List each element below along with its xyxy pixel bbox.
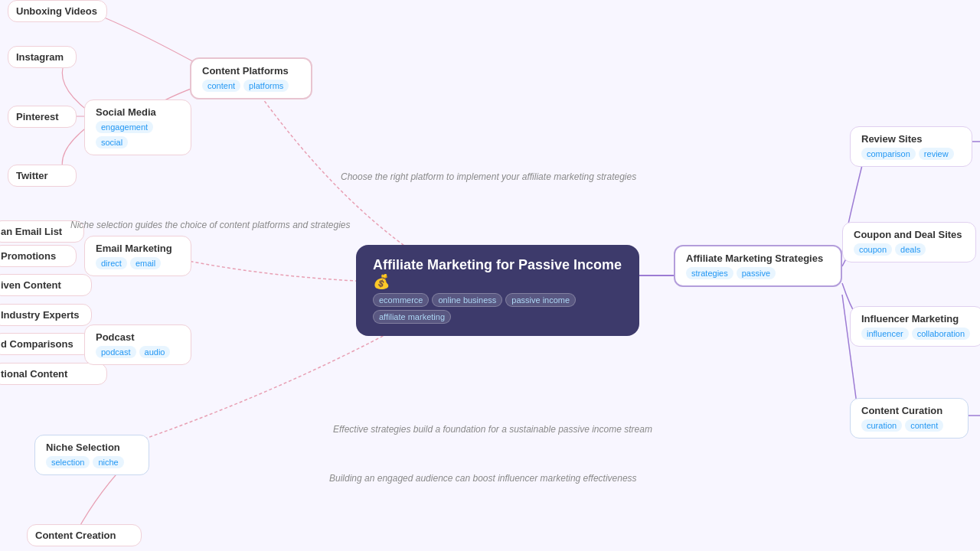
node-educational-content[interactable]: tional Content	[0, 363, 107, 385]
node-email-marketing[interactable]: Email Marketing direct email	[84, 236, 191, 276]
node-niche-selection[interactable]: Niche Selection selection niche	[34, 435, 149, 475]
influencer-tags: influencer collaboration	[861, 328, 972, 340]
instagram-title: Instagram	[16, 51, 64, 63]
social-media-tags: engagement social	[96, 121, 180, 148]
review-sites-tags: comparison review	[861, 148, 961, 160]
content-creation-title: Content Creation	[35, 530, 116, 541]
node-instagram[interactable]: Instagram	[8, 46, 77, 68]
content-curation-title: Content Curation	[861, 405, 942, 416]
node-content-creation[interactable]: Content Creation	[27, 524, 142, 546]
pinterest-title: Pinterest	[16, 111, 59, 122]
coupon-tags: coupon deals	[854, 243, 965, 256]
email-marketing-title: Email Marketing	[96, 243, 172, 254]
driven-content-title: iven Content	[1, 279, 61, 291]
node-coupon-deal-sites[interactable]: Coupon and Deal Sites coupon deals	[842, 222, 976, 262]
podcast-title: Podcast	[96, 331, 135, 343]
annotation-strategies-foundation: Effective strategies build a foundation …	[333, 424, 652, 435]
central-tags: ecommerce online business passive income…	[373, 293, 622, 324]
node-content-curation[interactable]: Content Curation curation content	[850, 398, 969, 439]
content-platforms-title: Content Platforms	[202, 65, 289, 77]
coupon-title: Coupon and Deal Sites	[854, 229, 962, 240]
node-influencer-marketing[interactable]: Influencer Marketing influencer collabor…	[850, 306, 980, 347]
node-comparisons[interactable]: d Comparisons	[0, 333, 92, 355]
influencer-title: Influencer Marketing	[861, 313, 959, 324]
node-podcast[interactable]: Podcast podcast audio	[84, 324, 191, 365]
social-media-title: Social Media	[96, 106, 156, 118]
content-platforms-tags: content platforms	[202, 80, 300, 92]
email-marketing-tags: direct email	[96, 257, 180, 269]
node-content-platforms[interactable]: Content Platforms content platforms	[190, 57, 312, 99]
niche-selection-title: Niche Selection	[46, 442, 120, 453]
educational-title: tional Content	[1, 368, 67, 380]
central-title: Affiliate Marketing for Passive Income 💰	[373, 257, 622, 289]
podcast-tags: podcast audio	[96, 346, 180, 358]
strategies-title: Affiliate Marketing Strategies	[686, 253, 823, 264]
annotation-niche-guides: Niche selection guides the choice of con…	[70, 220, 351, 230]
annotation-platform-choice: Choose the right platform to implement y…	[341, 171, 636, 182]
node-strategies[interactable]: Affiliate Marketing Strategies strategie…	[674, 245, 842, 287]
mind-map-canvas: Unboxing Videos Instagram Pinterest Twit…	[0, 0, 980, 551]
content-curation-tags: curation content	[861, 419, 957, 432]
comparisons-title: d Comparisons	[1, 338, 74, 350]
niche-selection-tags: selection niche	[46, 456, 138, 468]
industry-title: Industry Experts	[1, 309, 80, 321]
strategies-tags: strategies passive	[686, 267, 830, 279]
node-email-list[interactable]: an Email List	[0, 220, 84, 243]
annotation-influencer-boost: Building an engaged audience can boost i…	[329, 473, 637, 484]
node-twitter[interactable]: Twitter	[8, 165, 77, 187]
promotions-title: Promotions	[1, 250, 56, 262]
node-industry-experts[interactable]: Industry Experts	[0, 304, 92, 326]
node-central[interactable]: Affiliate Marketing for Passive Income 💰…	[356, 245, 639, 336]
node-pinterest[interactable]: Pinterest	[8, 106, 77, 128]
email-list-title: an Email List	[1, 226, 62, 237]
node-social-media[interactable]: Social Media engagement social	[84, 99, 191, 155]
review-sites-title: Review Sites	[861, 133, 923, 145]
node-review-sites[interactable]: Review Sites comparison review	[850, 126, 972, 167]
node-unboxing-videos[interactable]: Unboxing Videos	[8, 0, 107, 22]
node-driven-content[interactable]: iven Content	[0, 274, 92, 296]
twitter-title: Twitter	[16, 170, 48, 181]
node-promotions[interactable]: Promotions	[0, 245, 77, 267]
unboxing-title: Unboxing Videos	[16, 5, 97, 17]
